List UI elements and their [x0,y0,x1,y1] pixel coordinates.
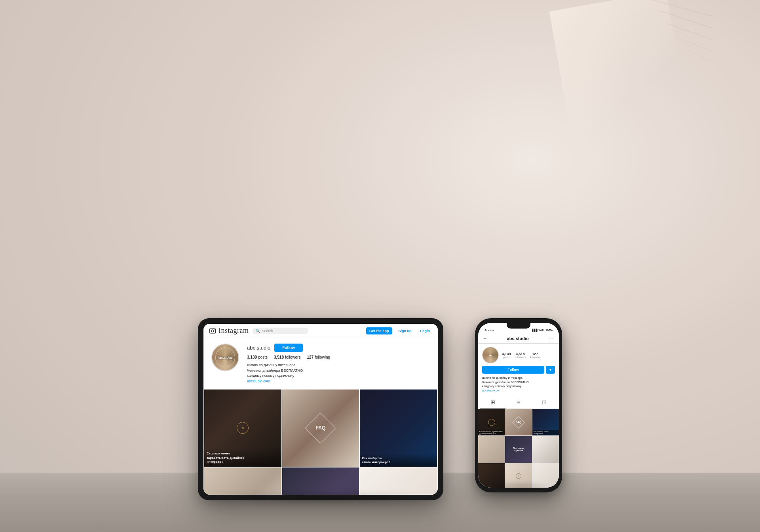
svg-rect-0 [210,329,216,333]
posts-stat: 3,139 posts [247,355,268,359]
post1-logo-inner: © [241,426,244,430]
battery-icon: 100% [545,329,553,332]
phone-bio-line1: Школа по дизайну интерьера [482,376,555,380]
instagram-camera-icon [209,327,216,334]
phone-back-icon[interactable]: ← [483,336,487,341]
grid-item-6[interactable] [360,467,437,495]
get-app-button[interactable]: Get the app [366,327,392,334]
following-stat: 127 following [307,355,330,359]
phone-grid-item-2[interactable]: FAQ [505,409,532,435]
bio-line1: Школа по дизайну интерьера [247,363,430,368]
avatar-text: ABCStudio [218,356,233,359]
phone-followers-label: followers [515,356,526,359]
profile-stats: 3,139 posts 3,518 followers 127 followin… [247,355,430,359]
bio-line2: Чек-лист дизайнера БЕСПЛАТНО [247,368,430,374]
status-icons: ▐▐▐ WiFi 100% [531,329,553,332]
instagram-nav: Instagram 🔍 Search Get the app Sign up L… [203,324,438,338]
phone-bio-link[interactable]: abcstudio.com [482,389,501,392]
post6-interior [360,467,437,495]
phone-tab-grid[interactable]: ⊞ [480,397,505,408]
scene: Instagram 🔍 Search Get the app Sign up L… [198,318,562,500]
grid-item-4[interactable] [204,467,281,495]
post3-overlay: Как выбратьстиль интерьера? [360,453,437,467]
phone-screen: Status ▐▐▐ WiFi 100% ← abc.studio ··· AB… [478,323,559,488]
profile-avatar: ABCStudio [211,344,239,371]
phone-grid-item-1[interactable]: Сколько может зарабатывать дизайнер инте… [478,409,505,435]
phone-post1-ring [488,419,495,426]
post-2-bg: FAQ [282,390,359,467]
search-icon: 🔍 [256,329,260,333]
phone-posts-stat: 3,139 posts [502,352,511,359]
phone-followers-stat: 3,518 followers [515,352,526,359]
posts-label: posts [258,355,268,359]
tablet-screen: Instagram 🔍 Search Get the app Sign up L… [203,324,438,495]
phone-grid-item-6[interactable] [532,436,559,462]
phone-grid-item-3[interactable]: Как выбрать стиль интерьера? [532,409,559,435]
status-time: Status [484,329,494,332]
phone-grid-item-5[interactable]: Программаобучения [505,436,532,462]
signal-icon: ▐▐▐ [531,329,537,332]
phone-posts-grid: Сколько может зарабатывать дизайнер инте… [478,409,559,488]
phone-username-header: abc.studio [507,336,529,341]
phone-following-count: 127 [530,352,540,356]
post1-overlay-text: Сколько можетзарабатывать дизайнеринтерь… [204,448,281,466]
phone-bio-line2: Чек-лист дизайнера БЕСПЛАТНО [482,380,555,385]
post-4-bg [204,467,281,495]
phone-profile-top: ABC 3,139 posts 3,518 followers 127 [482,347,555,363]
phone-post2-faq: FAQ [516,421,521,424]
phone-tab-list[interactable]: ≡ [505,397,531,408]
phone-following-label: following [530,356,540,359]
follow-button[interactable]: Follow [274,344,303,352]
phone-avatar-text: ABC [489,354,492,356]
post-3-bg: Как выбратьстиль интерьера? [360,390,437,467]
phone-grid-item-4[interactable] [478,436,505,462]
phone-shadow [483,483,554,490]
post-1-bg: © Сколько можетзарабатывать дизайнеринте… [204,390,281,467]
profile-info: abc.studio Follow 3,139 posts 3,518 foll… [247,344,430,384]
phone-profile-section: ABC 3,139 posts 3,518 followers 127 [478,344,559,397]
phone-more-icon[interactable]: ··· [548,335,554,342]
phone-instagram-header: ← abc.studio ··· [478,334,559,344]
sign-up-button[interactable]: Sign up [396,327,414,334]
grid-item-2[interactable]: FAQ [282,390,359,467]
username-row: abc.studio Follow [247,344,430,352]
instagram-wordmark: Instagram [218,327,249,335]
phone-followers-count: 3,518 [515,352,526,356]
tablet-device: Instagram 🔍 Search Get the app Sign up L… [198,318,443,500]
followers-count: 3,518 [274,355,284,359]
profile-username: abc.studio [247,345,270,351]
posts-grid: © Сколько можетзарабатывать дизайнеринте… [203,390,438,495]
phone-post1-text: Сколько может зарабатывать дизайнер инте… [478,430,505,436]
phone-post5-text: Программаобучения [513,447,524,452]
search-bar[interactable]: 🔍 Search [253,328,308,334]
grid-item-3[interactable]: Как выбратьстиль интерьера? [360,390,437,467]
following-label: following [315,355,330,359]
phone-notch [507,322,530,329]
post2-diamond [305,412,336,443]
followers-stat: 3,518 followers [274,355,301,359]
phone-posts-count: 3,139 [502,352,511,356]
phone-follow-button[interactable]: Follow [482,366,544,374]
phone-grid-tabs: ⊞ ≡ ⊡ [478,397,559,409]
instagram-logo: Instagram [209,327,249,335]
phone-avatar: ABC [482,347,499,363]
phone-post8-badge: © [516,473,521,479]
grid-item-1[interactable]: © Сколько можетзарабатывать дизайнеринте… [204,390,281,467]
svg-point-2 [214,329,215,330]
phone-follow-dropdown[interactable]: ▼ [546,366,555,374]
phone-tab-tagged[interactable]: ⊡ [532,397,557,408]
post1-logo-ring: © [237,422,249,434]
phone-bio: Школа по дизайну интерьера Чек-лист диза… [482,376,555,393]
phone-post3-text: Как выбрать стиль интерьера? [532,430,559,435]
bio-line3: каждому новому подписчику [247,373,430,379]
post3-text: Как выбратьстиль интерьера? [362,456,435,465]
phone-stats: 3,139 posts 3,518 followers 127 followin… [502,352,540,359]
phone-posts-label: posts [502,356,511,359]
phone-bio-line3: каждому новому подписчику [482,384,555,389]
bio-link[interactable]: abcstudio.com [247,379,270,383]
grid-item-5[interactable]: Программаобучения [282,467,359,495]
login-button[interactable]: Login [418,327,433,334]
profile-bio: Школа по дизайну интерьера Чек-лист диза… [247,363,430,384]
following-count: 127 [307,355,314,359]
followers-label: followers [285,355,300,359]
